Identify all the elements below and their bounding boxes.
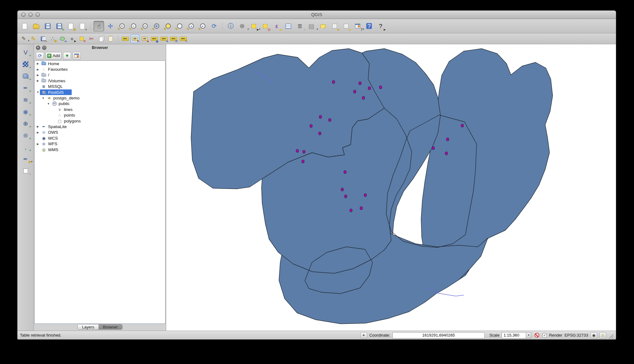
zoom-in-button[interactable]: + — [117, 21, 127, 31]
copy-features-button[interactable] — [97, 34, 105, 43]
zoom-window-button[interactable] — [36, 12, 40, 17]
minimize-window-button[interactable] — [28, 12, 33, 17]
zoom-selection-button[interactable] — [163, 21, 173, 31]
deselect-all-button[interactable]: ⊘ — [260, 21, 271, 31]
tree-item-public[interactable]: ▼public — [35, 101, 165, 107]
expand-arrow-icon[interactable]: ▶ — [36, 125, 40, 128]
collapse-arrow-icon[interactable]: ▼ — [46, 102, 50, 105]
properties-widget-button[interactable] — [73, 52, 81, 60]
tree-item-mssql[interactable]: ▶≋MSSQL — [35, 84, 165, 89]
label-pin-active-button[interactable]: ab● — [131, 34, 139, 43]
resize-grip[interactable] — [608, 334, 613, 339]
tree-item-polygons[interactable]: ▶▢polygons — [35, 118, 165, 124]
refresh-button[interactable]: ⟳ — [209, 21, 219, 31]
tree-item-wfs[interactable]: ▶⊛WFS — [35, 141, 165, 146]
coordinate-input[interactable]: 1619291,6940265 — [392, 332, 485, 338]
map-canvas[interactable] — [166, 44, 616, 331]
label-properties-button[interactable]: abc✎ — [179, 34, 188, 43]
new-shapefile-layer-button[interactable]: ✒✱▾ — [20, 154, 31, 164]
label-button[interactable]: abc — [121, 34, 130, 43]
expand-arrow-icon[interactable]: ▶ — [36, 79, 40, 82]
add-mssql-layer-button[interactable]: ≋+ — [20, 95, 31, 105]
save-edits-button[interactable]: ✎ — [39, 34, 47, 43]
log-messages-button[interactable]: ⚠ — [599, 332, 606, 338]
add-oracle-layer-button[interactable]: ‚+ — [20, 142, 31, 152]
add-vector-layer-button[interactable]: V+ — [20, 47, 31, 57]
move-feature-button[interactable]: ➜ — [58, 34, 67, 43]
folder-open-button[interactable] — [31, 21, 41, 31]
scale-combo[interactable]: 1:15,360 ▼ — [502, 332, 531, 338]
add-wms-layer-button[interactable]: ◉+ — [20, 107, 31, 117]
add-postgis-layer-button[interactable]: + — [20, 71, 31, 81]
collapse-arrow-icon[interactable]: ▼ — [41, 97, 45, 100]
refresh-browser-button[interactable]: ⟳ — [36, 52, 44, 60]
help-contents-button[interactable]: ? — [364, 21, 374, 31]
zoom-full-button[interactable]: ✛ — [151, 21, 162, 31]
label-pin-button[interactable]: ab● — [140, 34, 149, 43]
select-expression-button[interactable]: ε▰ — [271, 21, 282, 31]
current-edits-button[interactable]: ✎▾ — [19, 34, 28, 43]
feature-action-button[interactable]: ☸▾ — [237, 21, 247, 31]
label-toggle-visibility-button[interactable]: abc◉ — [150, 34, 159, 43]
pan-selection-button[interactable]: ✛ — [105, 21, 116, 31]
tab-layers[interactable]: Layers — [78, 324, 98, 329]
tree-item--[interactable]: ▶/ — [35, 72, 165, 78]
tree-item-postgis-demo[interactable]: ▼⋖postgis_demo — [35, 95, 165, 101]
add-feature-button[interactable]: ∴✱ — [48, 34, 57, 43]
tree-item-points[interactable]: ▶∴points — [35, 113, 165, 118]
tree-item-home[interactable]: ▶Home — [35, 61, 165, 66]
crs-status-button[interactable]: ◉ — [590, 332, 597, 338]
add-selected-layers-button[interactable]: + Add — [46, 52, 61, 60]
expand-arrow-icon[interactable]: ▶ — [36, 142, 40, 146]
remove-layer-button[interactable]: − — [20, 166, 31, 176]
show-bookmarks-button[interactable]: ▰ — [341, 21, 351, 31]
zoom-last-button[interactable]: ◂ — [186, 21, 196, 31]
new-composer-button[interactable]: ✱ — [65, 21, 76, 31]
save-as-button[interactable]: ✎ — [54, 21, 65, 31]
stop-render-button[interactable] — [533, 332, 540, 338]
render-checkbox[interactable]: ✓ — [542, 333, 547, 338]
paste-features-button[interactable] — [106, 34, 115, 43]
tree-item-wcs[interactable]: ▶◉WCS — [35, 135, 165, 141]
select-rectangle-button[interactable]: ➤▾ — [248, 21, 259, 31]
label-rotate-button[interactable]: abc⟳ — [169, 34, 178, 43]
expand-arrow-icon[interactable]: ▶ — [36, 62, 40, 65]
tree-item--volumes[interactable]: ▶/Volumes — [35, 78, 165, 84]
toggle-editing-button[interactable]: ✎ — [29, 34, 38, 43]
tree-item-lines[interactable]: ▶∨lines — [35, 107, 165, 112]
pan-button[interactable]: ☝ — [94, 21, 104, 31]
mouse-position-toggle-icon[interactable]: ⌖ — [360, 332, 367, 338]
add-spatialite-layer-button[interactable]: ✒+ — [20, 83, 31, 93]
title-bar[interactable]: QGIS — [17, 11, 616, 19]
delete-selected-button[interactable]: ✕ — [77, 34, 86, 43]
tree-item-wms[interactable]: ▶◍WMS — [35, 147, 165, 152]
statistics-button[interactable]: ≣◦ — [295, 21, 305, 31]
expand-arrow-icon[interactable]: ▶ — [36, 74, 40, 77]
measure-button[interactable]: ▤▾ — [306, 21, 317, 31]
expand-arrow-icon[interactable]: ▶ — [36, 131, 40, 134]
close-window-button[interactable] — [21, 12, 26, 17]
tree-item-postgis[interactable]: ▼PostGIS — [35, 89, 165, 95]
add-wfs-layer-button[interactable]: ⊛+ — [20, 130, 31, 140]
tab-browser[interactable]: Browser — [98, 324, 122, 329]
text-annotation-button[interactable]: T▾ — [352, 21, 363, 31]
tree-item-favourites[interactable]: ▶☆Favourites — [35, 66, 165, 72]
composer-manager-button[interactable]: ✶ — [77, 21, 88, 31]
file-new-button[interactable] — [19, 21, 30, 31]
zoom-layer-button[interactable] — [174, 21, 185, 31]
cut-features-button[interactable]: ✂ — [87, 34, 96, 43]
expand-arrow-icon[interactable]: ▶ — [36, 68, 40, 71]
new-bookmark-button[interactable]: ★ — [329, 21, 340, 31]
node-tool-button[interactable]: ⌖➤ — [68, 34, 76, 43]
add-raster-layer-button[interactable]: + — [20, 59, 31, 69]
tree-item-ows[interactable]: ▶⊕OWS — [35, 130, 165, 135]
attribute-table-button[interactable] — [283, 21, 294, 31]
save-button[interactable] — [42, 21, 53, 31]
filter-browser-button[interactable]: ▼ — [63, 52, 71, 60]
label-move-button[interactable]: abc➜ — [160, 34, 168, 43]
tree-item-spatialite[interactable]: ▶✒SpatiaLite — [35, 124, 165, 129]
add-wcs-layer-button[interactable]: ⊕+ — [20, 118, 31, 128]
collapse-arrow-icon[interactable]: ▼ — [36, 91, 40, 94]
whats-this-button[interactable]: ?➤ — [375, 21, 386, 31]
zoom-native-button[interactable]: 1:1 — [140, 21, 150, 31]
